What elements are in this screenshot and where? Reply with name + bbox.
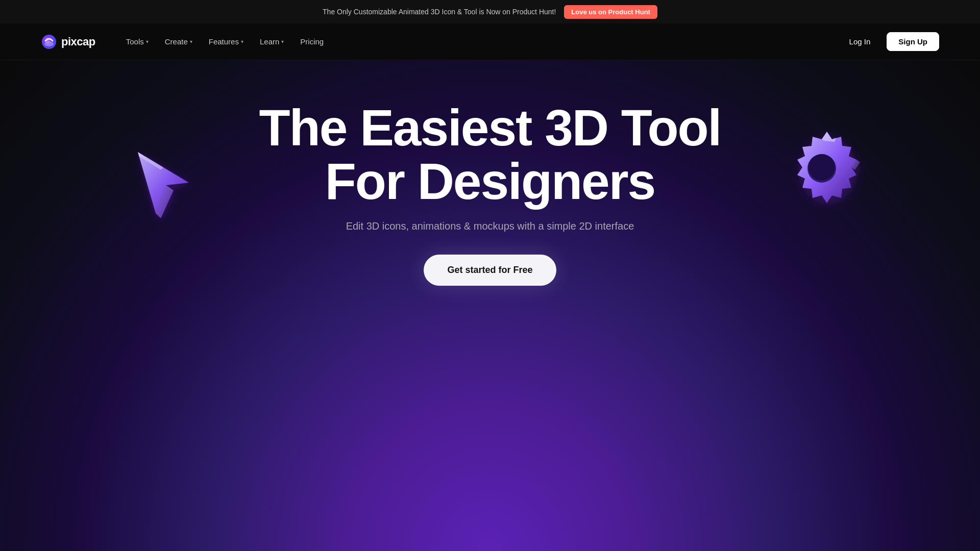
nav-links: Tools ▾ Create ▾ Features ▾ Learn ▾ Pric…	[120, 33, 330, 50]
create-chevron-icon: ▾	[190, 39, 192, 44]
hero-title-line2: For Designers	[325, 153, 655, 210]
navbar-right: Log In Sign Up	[841, 32, 939, 51]
login-button[interactable]: Log In	[841, 33, 879, 50]
logo[interactable]: pixcap	[41, 34, 95, 50]
nav-create-label: Create	[165, 37, 188, 46]
3d-gear-icon	[776, 127, 868, 218]
deco-arrow-left	[122, 142, 204, 226]
announcement-text: The Only Customizable Animated 3D Icon &…	[323, 8, 556, 16]
navbar: pixcap Tools ▾ Create ▾ Features ▾ Learn…	[0, 23, 980, 60]
tools-chevron-icon: ▾	[146, 39, 149, 44]
logo-text: pixcap	[61, 35, 95, 48]
hero-subtitle: Edit 3D icons, animations & mockups with…	[259, 220, 721, 232]
announcement-bar: The Only Customizable Animated 3D Icon &…	[0, 0, 980, 23]
svg-point-1	[44, 41, 54, 46]
hero-title-line1: The Easiest 3D Tool	[259, 99, 721, 156]
nav-item-features[interactable]: Features ▾	[203, 33, 250, 50]
hero-content: The Easiest 3D Tool For Designers Edit 3…	[259, 101, 721, 286]
cta-button[interactable]: Get started for Free	[424, 255, 556, 286]
nav-tools-label: Tools	[126, 37, 144, 46]
deco-gear-right	[776, 127, 868, 220]
nav-pricing-label: Pricing	[300, 37, 324, 46]
features-chevron-icon: ▾	[241, 39, 243, 44]
nav-item-create[interactable]: Create ▾	[159, 33, 199, 50]
nav-item-tools[interactable]: Tools ▾	[120, 33, 155, 50]
nav-learn-label: Learn	[260, 37, 279, 46]
logo-icon	[41, 34, 57, 50]
nav-features-label: Features	[209, 37, 239, 46]
hero-section: The Easiest 3D Tool For Designers Edit 3…	[0, 60, 980, 551]
learn-chevron-icon: ▾	[281, 39, 284, 44]
3d-arrow-icon	[122, 142, 204, 223]
svg-point-6	[808, 154, 835, 181]
product-hunt-button[interactable]: Love us on Product Hunt	[564, 5, 657, 19]
navbar-left: pixcap Tools ▾ Create ▾ Features ▾ Learn…	[41, 33, 330, 50]
nav-item-pricing[interactable]: Pricing	[294, 33, 330, 50]
signup-button[interactable]: Sign Up	[887, 32, 939, 51]
hero-title: The Easiest 3D Tool For Designers	[259, 101, 721, 208]
nav-item-learn[interactable]: Learn ▾	[254, 33, 290, 50]
